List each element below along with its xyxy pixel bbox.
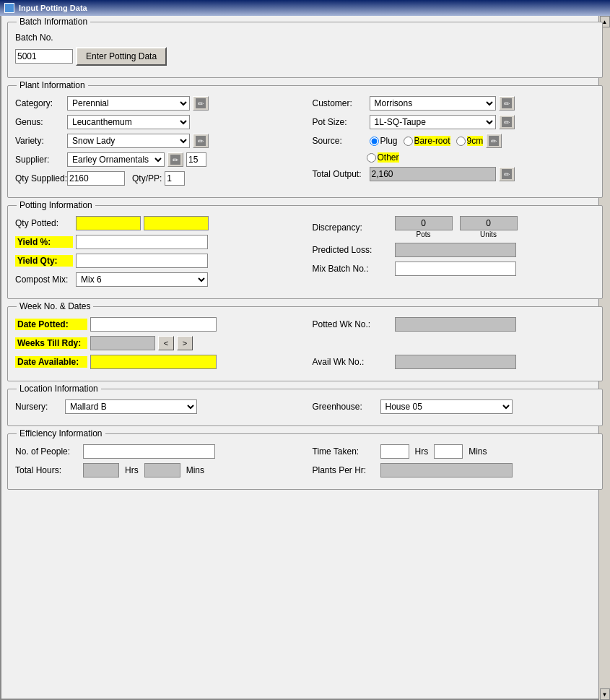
week-dates-title: Week No. & Dates — [17, 301, 93, 311]
time-hrs-label: Hrs — [415, 446, 429, 457]
variety-label: Variety: — [15, 136, 64, 146]
title-bar: Input Potting Data — [0, 0, 610, 16]
greenhouse-label: Greenhouse: — [313, 402, 378, 412]
efficiency-section: Efficiency Information No. of People: To… — [7, 433, 603, 490]
customer-select[interactable]: Morrisons — [370, 96, 496, 111]
date-potted-input[interactable] — [90, 317, 217, 332]
supplier-num-input[interactable] — [186, 152, 206, 167]
source-bareroot-label[interactable]: Bare-root — [404, 136, 450, 146]
qty-potted-input2[interactable] — [144, 216, 209, 230]
predicted-loss-row: Predicted Loss: — [313, 243, 596, 257]
source-plug-radio[interactable] — [370, 137, 379, 146]
weeks-dec-btn[interactable]: < — [158, 336, 174, 350]
total-output-input[interactable] — [370, 167, 496, 181]
no-of-people-input[interactable] — [83, 444, 215, 459]
variety-row: Variety: Snow Lady ✏ — [15, 134, 298, 148]
genus-select[interactable]: Leucanthemum — [67, 115, 190, 129]
source-other-text: Other — [378, 152, 399, 163]
source-bareroot-radio[interactable] — [404, 137, 413, 146]
date-potted-label: Date Potted: — [15, 319, 87, 330]
genus-row: Genus: Leucanthemum — [15, 115, 298, 129]
discrepancy-pots-col: Pots — [395, 216, 453, 238]
yield-qty-label: Yield Qty: — [15, 255, 73, 267]
batch-section: Batch Information Batch No. Enter Pottin… — [7, 22, 603, 78]
week-dates-section: Week No. & Dates Date Potted: Weeks Till… — [7, 306, 603, 381]
nursery-select[interactable]: Mallard B — [65, 399, 197, 414]
avail-wk-no-input[interactable] — [395, 355, 516, 369]
potting-section: Potting Information Qty Potted: Yield %:… — [7, 205, 603, 299]
source-9cm-label[interactable]: 9cm — [456, 136, 484, 146]
source-other-radio[interactable] — [367, 153, 376, 163]
supplier-edit-btn[interactable]: ✏ — [167, 152, 183, 167]
yield-pct-input[interactable] — [76, 235, 208, 249]
qty-supplied-row: Qty Supplied: Qty/PP: — [15, 171, 298, 186]
pot-size-edit-btn[interactable]: ✏ — [499, 115, 515, 129]
source-plug-text: Plug — [380, 136, 398, 146]
no-of-people-row: No. of People: — [15, 444, 298, 459]
source-edit-btn[interactable]: ✏ — [486, 134, 502, 148]
total-hrs-label: Hrs — [125, 465, 139, 475]
qty-potted-input1[interactable] — [76, 216, 141, 230]
qty-supplied-label: Qty Supplied: — [15, 173, 64, 183]
total-output-edit-btn[interactable]: ✏ — [499, 167, 515, 181]
total-output-label: Total Output: — [313, 169, 367, 179]
source-radio-group: Plug Bare-root 9cm — [370, 136, 484, 146]
date-potted-row: Date Potted: — [15, 317, 298, 332]
source-other-row: Other — [367, 152, 596, 163]
yield-qty-input[interactable] — [76, 254, 208, 268]
mix-batch-no-input[interactable] — [395, 262, 516, 276]
batch-no-input[interactable] — [15, 49, 73, 64]
scroll-down-btn[interactable]: ▼ — [600, 688, 610, 700]
time-mins-label: Mins — [469, 446, 487, 457]
time-taken-mins-input[interactable] — [434, 444, 463, 459]
weeks-till-rdy-input[interactable] — [90, 336, 155, 350]
avail-wk-no-row: Avail Wk No.: — [313, 355, 596, 369]
source-other-label[interactable]: Other — [367, 152, 399, 163]
total-mins-label: Mins — [186, 465, 204, 475]
mix-batch-no-row: Mix Batch No.: — [313, 262, 596, 276]
plant-section: Plant Information Category: Perennial ✏ — [7, 85, 603, 198]
variety-edit-btn[interactable]: ✏ — [193, 134, 209, 148]
category-select[interactable]: Perennial — [67, 96, 190, 111]
category-label: Category: — [15, 98, 64, 108]
discrepancy-units-input[interactable] — [460, 216, 518, 230]
pot-size-select[interactable]: 1L-SQ-Taupe — [370, 115, 496, 129]
category-edit-btn[interactable]: ✏ — [193, 96, 209, 111]
qty-pp-input[interactable] — [165, 171, 185, 186]
no-of-people-label: No. of People: — [15, 446, 80, 457]
predicted-loss-input[interactable] — [395, 243, 516, 257]
discrepancy-pots-input[interactable] — [395, 216, 453, 230]
main-window: Batch Information Batch No. Enter Pottin… — [0, 16, 610, 700]
time-taken-hrs-input[interactable] — [380, 444, 409, 459]
pot-size-row: Pot Size: 1L-SQ-Taupe ✏ — [313, 115, 596, 129]
greenhouse-select[interactable]: House 05 — [380, 399, 513, 414]
customer-label: Customer: — [313, 98, 367, 108]
pots-label: Pots — [416, 230, 430, 238]
batch-input-row: Enter Potting Data — [15, 47, 595, 66]
potted-wk-no-input[interactable] — [395, 317, 516, 332]
date-available-label: Date Available: — [15, 356, 87, 368]
plants-per-hr-input[interactable] — [380, 463, 513, 478]
customer-edit-btn[interactable]: ✏ — [499, 96, 515, 111]
yield-pct-label: Yield %: — [15, 236, 73, 248]
weeks-inc-btn[interactable]: > — [177, 336, 193, 350]
pencil-icon-totalout: ✏ — [504, 170, 510, 178]
total-mins-input[interactable] — [144, 463, 180, 478]
app-icon — [4, 3, 14, 13]
batch-section-title: Batch Information — [17, 17, 90, 27]
weeks-till-rdy-label: Weeks Till Rdy: — [15, 337, 87, 349]
supplier-select[interactable]: Earley Ornamentals — [67, 152, 165, 167]
pencil-icon-source: ✏ — [491, 137, 497, 145]
compost-mix-select[interactable]: Mix 6 — [76, 272, 208, 287]
variety-select[interactable]: Snow Lady — [67, 134, 190, 148]
date-available-input[interactable] — [90, 355, 217, 369]
nursery-row: Nursery: Mallard B — [15, 399, 298, 414]
total-hrs-input[interactable] — [83, 463, 119, 478]
units-label: Units — [480, 230, 497, 238]
qty-supplied-input[interactable] — [67, 171, 125, 186]
enter-potting-data-button[interactable]: Enter Potting Data — [76, 47, 167, 66]
source-plug-label[interactable]: Plug — [370, 136, 398, 146]
weeks-till-rdy-row: Weeks Till Rdy: < > — [15, 336, 298, 350]
source-9cm-radio[interactable] — [456, 137, 466, 146]
pencil-icon: ✏ — [198, 100, 204, 108]
